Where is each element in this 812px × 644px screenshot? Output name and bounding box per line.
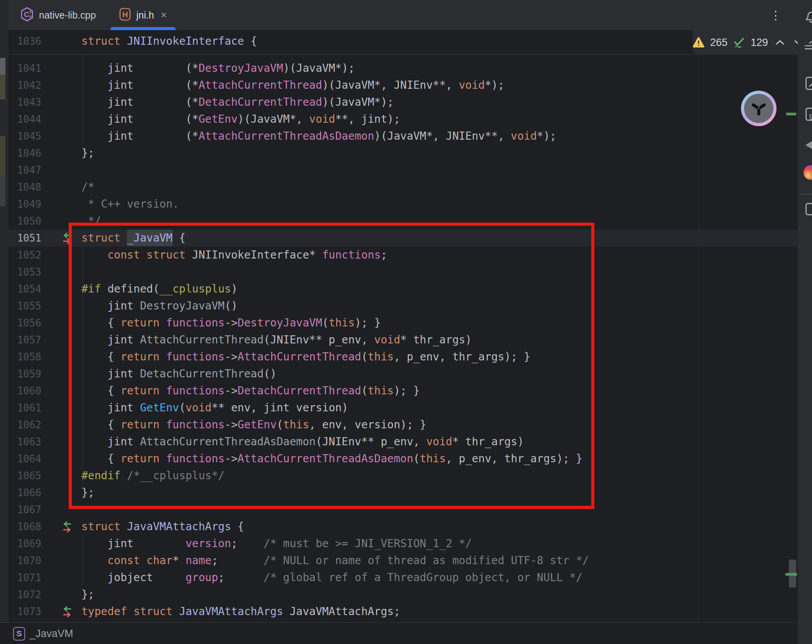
line-number[interactable]: 1064 [8, 450, 41, 467]
code-editor[interactable]: 10401041 jint (*DestroyJavaVM)(JavaVM*);… [8, 30, 798, 622]
tab-native-lib-cpp[interactable]: C + + native-lib.cpp [8, 0, 107, 30]
line-number[interactable]: 1043 [8, 94, 41, 111]
line-number[interactable]: 1071 [8, 569, 41, 586]
code-line-1070[interactable]: 1070 const char* name; /* NULL or name o… [8, 552, 798, 569]
code-line-1073[interactable]: 1073typedef struct JavaVMAttachArgs Java… [8, 603, 798, 620]
kebab-menu-icon[interactable]: ⋮ [770, 0, 782, 30]
close-tab-icon[interactable]: × [161, 10, 167, 20]
line-number[interactable]: 1053 [8, 264, 41, 281]
code-line-1042[interactable]: 1042 jint (*AttachCurrentThread)(JavaVM*… [8, 77, 798, 94]
code-line-1072[interactable]: 1072}; [8, 586, 798, 603]
code-line-1065[interactable]: 1065#endif /*__cplusplus*/ [8, 467, 798, 484]
line-number[interactable]: 1060 [8, 382, 41, 399]
code-line-1047[interactable]: 1047 [8, 162, 798, 179]
code-line-1061[interactable]: 1061 jint GetEnv(void** env, jint versio… [8, 399, 798, 416]
code-line-1055[interactable]: 1055 jint DestroyJavaVM() [8, 297, 798, 314]
sticky-header-line[interactable]: 1036struct JNIInvokeInterface { [8, 30, 798, 55]
gutter-change-arrows-icon[interactable] [41, 230, 81, 247]
line-number[interactable]: 1047 [8, 162, 41, 179]
line-number[interactable]: 1050 [8, 213, 41, 230]
line-number[interactable]: 1046 [8, 145, 41, 162]
inspections-widget[interactable]: 265 129 [693, 30, 798, 55]
breadcrumb-symbol-name[interactable]: _JavaVM [30, 628, 73, 640]
gutter-change-arrows-icon[interactable] [41, 603, 81, 620]
code-line-1036[interactable]: 1036struct JNIInvokeInterface { [8, 30, 798, 52]
token: struct [81, 232, 120, 244]
line-number[interactable]: 1073 [8, 603, 41, 620]
code-line-1064[interactable]: 1064 { return functions->AttachCurrentTh… [8, 450, 798, 467]
line-number[interactable]: 1044 [8, 111, 41, 128]
line-number[interactable]: 1062 [8, 416, 41, 433]
line-number[interactable]: 1070 [8, 552, 41, 569]
code-line-1057[interactable]: 1057 jint AttachCurrentThread(JNIEnv** p… [8, 331, 798, 348]
code-line-1062[interactable]: 1062 { return functions->GetEnv(this, en… [8, 416, 798, 433]
code-line-1071[interactable]: 1071 jobject group; /* global ref of a T… [8, 569, 798, 586]
device-frame-icon[interactable] [804, 76, 812, 91]
code-line-1068[interactable]: 1068struct JavaVMAttachArgs { [8, 518, 798, 535]
code-line-1048[interactable]: 1048/* [8, 179, 798, 196]
gutter-spacer [41, 264, 81, 281]
code-line-1044[interactable]: 1044 jint (*GetEnv)(JavaVM*, void**, jin… [8, 111, 798, 128]
line-number[interactable]: 1057 [8, 331, 41, 348]
gutter-spacer [41, 94, 81, 111]
code-line-1059[interactable]: 1059 jint DetachCurrentThread() [8, 365, 798, 382]
change-marker[interactable] [786, 113, 796, 115]
wind-icon[interactable] [804, 39, 812, 55]
code-line-1050[interactable]: 1050 */ [8, 213, 798, 230]
code-line-1051[interactable]: 1051struct _JavaVM { [8, 230, 798, 247]
line-number[interactable]: 1036 [8, 30, 41, 52]
line-number[interactable]: 1054 [8, 281, 41, 297]
code-line-1053[interactable]: 1053 [8, 264, 798, 281]
line-number[interactable]: 1065 [8, 467, 41, 484]
line-number[interactable]: 1063 [8, 433, 41, 450]
device-frame-g-icon[interactable]: g [804, 106, 812, 122]
gutter-change-arrows-icon[interactable] [41, 518, 81, 535]
code-line-1069[interactable]: 1069 jint version; /* must be >= JNI_VER… [8, 535, 798, 552]
line-number[interactable]: 1067 [8, 501, 41, 518]
code-line-1058[interactable]: 1058 { return functions->AttachCurrentTh… [8, 348, 798, 365]
line-number[interactable]: 1069 [8, 535, 41, 552]
code-line-1066[interactable]: 1066}; [8, 484, 798, 501]
line-number[interactable]: 1051 [8, 230, 41, 247]
token: ; [211, 554, 264, 567]
line-number[interactable]: 1048 [8, 179, 41, 196]
line-number[interactable]: 1068 [8, 518, 41, 535]
line-number[interactable]: 1058 [8, 348, 41, 365]
line-number[interactable]: 1059 [8, 365, 41, 382]
code-line-1067[interactable]: 1067 [8, 501, 798, 518]
line-number[interactable]: 1041 [8, 60, 41, 77]
line-number[interactable]: 1042 [8, 77, 41, 94]
next-problem-button[interactable] [792, 39, 798, 46]
line-number[interactable]: 1056 [8, 314, 41, 331]
line-number[interactable]: 1045 [8, 128, 41, 145]
gutter-spacer [41, 535, 81, 552]
prev-problem-button[interactable] [773, 39, 787, 46]
line-number[interactable]: 1049 [8, 196, 41, 213]
resume-cursor-icon[interactable] [804, 137, 812, 153]
gemini-assistant-button[interactable] [741, 91, 776, 126]
code-line-1054[interactable]: 1054#if defined(__cplusplus) [8, 281, 798, 297]
line-number[interactable]: 1052 [8, 247, 41, 264]
code-line-1052[interactable]: 1052 const struct JNIInvokeInterface* fu… [8, 247, 798, 264]
token: jint [81, 299, 140, 312]
code-line-1045[interactable]: 1045 jint (*AttachCurrentThreadAsDaemon)… [8, 128, 798, 145]
code-line-1063[interactable]: 1063 jint AttachCurrentThreadAsDaemon(JN… [8, 433, 798, 450]
code-line-1041[interactable]: 1041 jint (*DestroyJavaVM)(JavaVM*); [8, 60, 798, 77]
line-number[interactable]: 1061 [8, 399, 41, 416]
tool-frame-icon[interactable] [804, 201, 812, 217]
line-number[interactable]: 1055 [8, 297, 41, 314]
editor-tab-bar: C + + native-lib.cpp H jni.h × ⋮ [8, 0, 798, 30]
code-line-1056[interactable]: 1056 { return functions->DestroyJavaVM(t… [8, 314, 798, 331]
code-line-1049[interactable]: 1049 * C++ version. [8, 196, 798, 213]
token: { [81, 418, 120, 431]
warning-count: 265 [710, 37, 727, 49]
tab-jni-h[interactable]: H jni.h × [107, 0, 178, 30]
code-line-1043[interactable]: 1043 jint (*DetachCurrentThread)(JavaVM*… [8, 94, 798, 111]
line-number[interactable]: 1072 [8, 586, 41, 603]
code-line-1060[interactable]: 1060 { return functions->DetachCurrentTh… [8, 382, 798, 399]
change-marker[interactable] [785, 573, 797, 576]
gemini-gradient-icon[interactable] [804, 165, 812, 181]
code-line-1046[interactable]: 1046}; [8, 145, 798, 162]
line-number[interactable]: 1066 [8, 484, 41, 501]
bell-icon[interactable] [804, 8, 812, 24]
